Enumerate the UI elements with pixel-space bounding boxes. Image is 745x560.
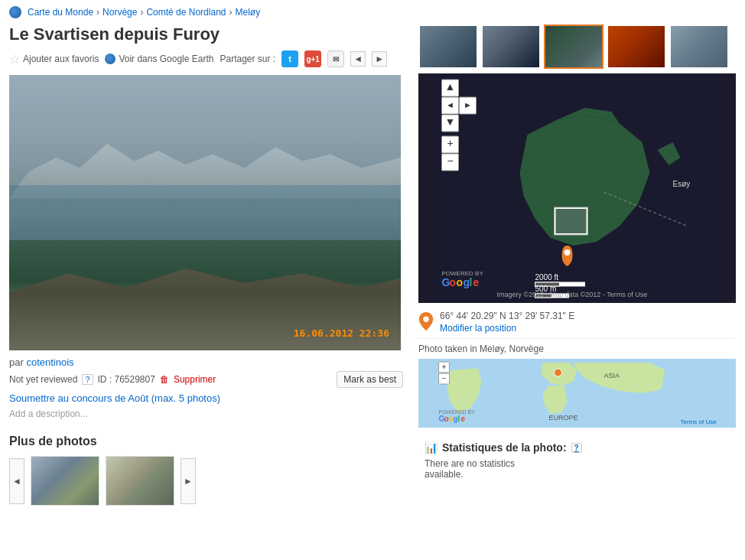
svg-text:EUROPE: EUROPE (549, 414, 578, 422)
email-share-button[interactable]: ✉ (327, 50, 344, 67)
svg-rect-15 (556, 209, 587, 233)
trash-icon: 🗑 (160, 374, 169, 385)
coordinates-text: 66° 44' 20.29" N 13° 29' 57.31" E (440, 311, 574, 321)
photo-timestamp: 16.06.2012 22:36 (294, 327, 389, 339)
more-photos-title: Plus de photos (9, 435, 403, 448)
stats-available: available. (425, 469, 730, 480)
next-photo-button[interactable]: ► (372, 51, 387, 67)
svg-text:e: e (461, 415, 466, 423)
mark-best-button[interactable]: Mark as best (337, 371, 403, 388)
more-photos-section: Plus de photos ◄ ► (9, 435, 403, 506)
gplus-share-button[interactable]: g+1 (304, 50, 321, 67)
svg-text:►: ► (464, 100, 472, 109)
svg-text:o: o (457, 276, 464, 288)
svg-text:+: + (442, 363, 447, 371)
location-pin-icon (418, 312, 434, 330)
photo-landscape: 16.06.2012 22:36 (9, 75, 401, 350)
svg-text:−: − (447, 155, 453, 167)
thumb-3[interactable] (544, 24, 603, 69)
svg-text:−: − (442, 374, 447, 383)
contest-link[interactable]: Soumettre au concours de Août (max. 5 ph… (9, 392, 220, 404)
delete-link[interactable]: Supprimer (174, 374, 216, 385)
photo-water (9, 185, 401, 240)
author-link[interactable]: cotentinois (26, 357, 73, 368)
svg-text:Imagery ©2012 , Map data ©2012: Imagery ©2012 , Map data ©2012 - Terms o… (497, 291, 648, 298)
contest-row: Soumettre au concours de Août (max. 5 ph… (9, 392, 403, 404)
satellite-map[interactable]: ▲ ◄ ► ▼ + − 17 (418, 73, 736, 303)
svg-text:e: e (473, 276, 480, 288)
svg-text:2000 ft: 2000 ft (535, 273, 559, 282)
svg-text:▼: ▼ (445, 116, 456, 128)
view-google-earth-button[interactable]: Voir dans Google Earth (105, 54, 213, 64)
photo-id: ID : 76529807 (98, 374, 155, 385)
description-input[interactable]: Add a description... (9, 409, 403, 419)
review-status: Not yet reviewed (9, 374, 77, 385)
svg-text:l: l (470, 276, 473, 288)
svg-text:ASIA: ASIA (604, 372, 620, 379)
svg-point-35 (423, 317, 428, 322)
breadcrumb-region[interactable]: Comté de Nordland (146, 7, 226, 18)
breadcrumb: Carte du Monde › Norvège › Comté de Nord… (0, 0, 745, 24)
share-label: Partager sur : (220, 54, 275, 64)
svg-text:+: + (447, 137, 453, 149)
main-photo: 16.06.2012 22:36 (9, 75, 401, 350)
thumb-5[interactable] (669, 24, 729, 69)
photo-location-text: Photo taken in Meløy, Norvège (418, 343, 736, 354)
thumb-1[interactable] (418, 24, 478, 69)
photo-author: par cotentinois (9, 357, 403, 368)
photos-strip: ◄ ► (9, 456, 403, 506)
stats-no-stats: There are no statistics (425, 458, 730, 469)
star-icon: ☆ (9, 52, 20, 67)
photo-review-row: Not yet reviewed ? ID : 76529807 🗑 Suppr… (9, 371, 403, 388)
photo-meta: par cotentinois Not yet reviewed ? ID : … (9, 357, 403, 419)
modify-position-link[interactable]: Modifier la position (440, 323, 574, 334)
add-favorites-button[interactable]: ☆ Ajouter aux favoris (9, 52, 99, 67)
google-earth-icon (105, 54, 115, 64)
world-map[interactable]: + − ASIA EUROPE POWERED BY G o o g l e T… (418, 359, 736, 428)
view-earth-label: Voir dans Google Earth (119, 54, 213, 64)
review-help-link[interactable]: ? (82, 374, 93, 385)
world-map-svg: + − ASIA EUROPE POWERED BY G o o g l e T… (418, 359, 736, 428)
strip-next-button[interactable]: ► (181, 458, 196, 504)
strip-thumb-img-2 (106, 457, 174, 505)
coord-section: 66° 44' 20.29" N 13° 29' 57.31" E Modifi… (418, 306, 736, 339)
breadcrumb-world[interactable]: Carte du Monde (28, 7, 93, 18)
thumb-2[interactable] (481, 24, 541, 69)
thumb-img-t5 (671, 26, 727, 67)
add-favorites-label: Ajouter aux favoris (23, 54, 99, 64)
stats-section: 📊 Statistiques de la photo: ? There are … (418, 435, 736, 486)
map-svg: ▲ ◄ ► ▼ + − 17 (418, 73, 736, 303)
svg-text:Esøy: Esøy (673, 180, 691, 188)
stats-title: 📊 Statistiques de la photo: ? (425, 441, 730, 454)
thumb-img-t4 (608, 26, 665, 67)
globe-icon (9, 6, 21, 18)
thumbnail-row (418, 24, 736, 69)
svg-text:POWERED BY: POWERED BY (439, 409, 476, 415)
svg-point-41 (555, 369, 562, 376)
thumb-img-t2 (483, 26, 539, 67)
prev-photo-button[interactable]: ◄ (350, 51, 366, 67)
strip-prev-button[interactable]: ◄ (9, 458, 24, 504)
page-title: Le Svartisen depuis Furoy (9, 24, 403, 44)
svg-point-17 (564, 249, 571, 256)
svg-text:l: l (458, 415, 460, 423)
toolbar: ☆ Ajouter aux favoris Voir dans Google E… (9, 50, 403, 67)
svg-text:Terms of Use: Terms of Use (681, 418, 717, 425)
strip-thumb-img-1 (31, 457, 99, 505)
svg-text:◄: ◄ (446, 100, 454, 109)
breadcrumb-country[interactable]: Norvège (102, 7, 137, 18)
svg-text:o: o (450, 276, 457, 288)
thumb-img-t1 (420, 26, 477, 67)
thumb-4[interactable] (607, 24, 666, 69)
thumb-img-t3 (545, 26, 602, 67)
stats-icon: 📊 (425, 441, 438, 454)
svg-text:▲: ▲ (445, 80, 456, 93)
breadcrumb-city[interactable]: Meløy (235, 7, 260, 18)
strip-thumb-1[interactable] (31, 456, 99, 506)
stats-title-text: Statistiques de la photo: (442, 441, 567, 454)
twitter-share-button[interactable]: t (281, 50, 298, 67)
strip-thumb-2[interactable] (106, 456, 174, 506)
stats-help-link[interactable]: ? (571, 443, 582, 453)
